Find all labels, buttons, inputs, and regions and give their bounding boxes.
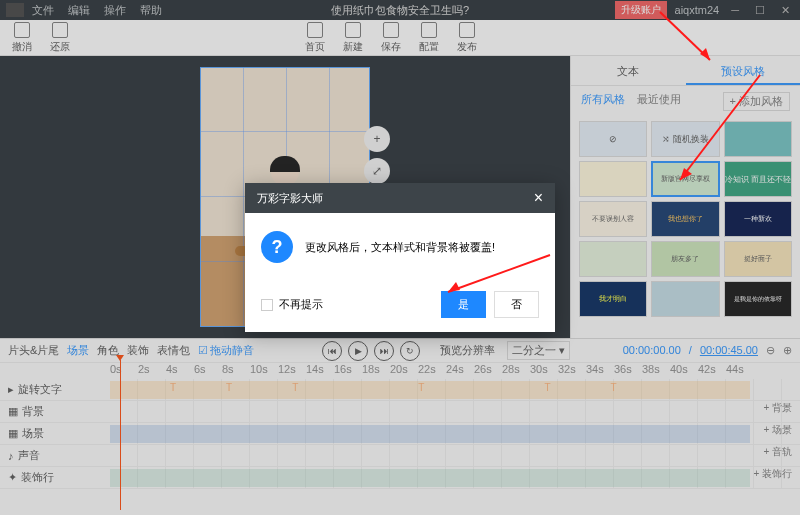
dialog-close-icon[interactable]: × bbox=[534, 189, 543, 207]
dont-show-checkbox[interactable] bbox=[261, 299, 273, 311]
dialog-title: 万彩字影大师 bbox=[257, 191, 323, 206]
modal-backdrop: 万彩字影大师 × ? 更改风格后，文本样式和背景将被覆盖! 不再提示 是 否 bbox=[0, 0, 800, 515]
dont-show-label: 不再提示 bbox=[279, 297, 323, 312]
no-button[interactable]: 否 bbox=[494, 291, 539, 318]
dialog-message: 更改风格后，文本样式和背景将被覆盖! bbox=[305, 240, 495, 255]
confirm-dialog: 万彩字影大师 × ? 更改风格后，文本样式和背景将被覆盖! 不再提示 是 否 bbox=[245, 183, 555, 332]
question-icon: ? bbox=[261, 231, 293, 263]
yes-button[interactable]: 是 bbox=[441, 291, 486, 318]
